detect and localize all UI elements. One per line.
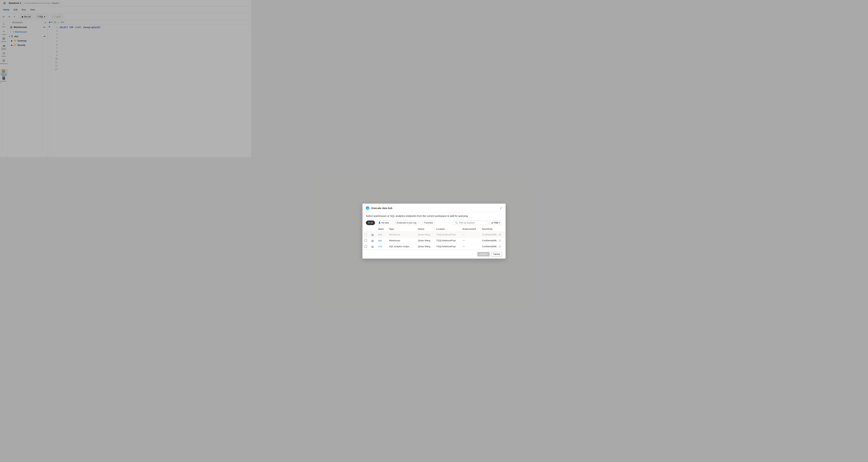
modal-overlay: ◈ OneLake data hub ⤢ Select warehouses o… <box>0 0 251 157</box>
